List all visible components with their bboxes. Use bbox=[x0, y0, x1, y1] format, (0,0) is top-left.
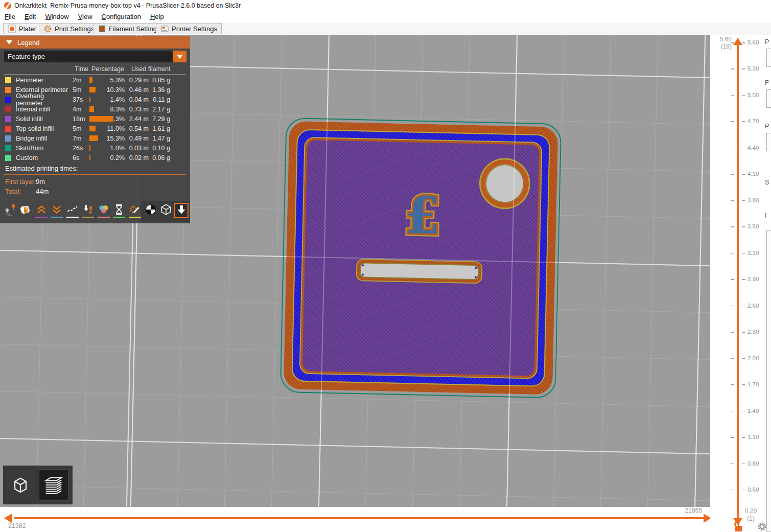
percentage-bar bbox=[89, 155, 104, 161]
percentage-bar bbox=[89, 77, 104, 83]
layer-bottom-height: 0.20 bbox=[745, 507, 757, 515]
feature-color-swatch bbox=[5, 106, 11, 112]
shells-icon[interactable] bbox=[144, 203, 158, 218]
custom-gcodes-icon[interactable] bbox=[128, 203, 142, 218]
feature-used-meters: 0.29 m bbox=[125, 77, 149, 84]
feature-used-grams: 0.85 g bbox=[149, 77, 170, 84]
sliced-model: £ £ £ bbox=[280, 118, 562, 399]
layer-tick: 5.00 bbox=[710, 92, 771, 99]
menu-file[interactable]: File bbox=[0, 11, 20, 22]
layer-slider-track[interactable] bbox=[737, 44, 739, 518]
first-layer-label: First layer: bbox=[5, 178, 36, 186]
feature-time: 4m bbox=[73, 106, 89, 113]
total-label: Total: bbox=[5, 188, 21, 195]
menu-view[interactable]: View bbox=[74, 11, 97, 22]
dropdown-button[interactable] bbox=[173, 51, 186, 62]
feature-name: Bridge infill bbox=[16, 135, 73, 142]
feature-color-swatch bbox=[5, 135, 11, 142]
layer-tick: 1.10 bbox=[710, 434, 771, 441]
percentage-bar bbox=[89, 97, 104, 103]
view-type-select[interactable]: Feature type bbox=[4, 51, 186, 62]
separator bbox=[4, 199, 186, 199]
tab-plater[interactable]: Plater bbox=[3, 23, 41, 34]
unlock-icon[interactable] bbox=[734, 522, 743, 532]
layer-top-height: 5.60 bbox=[714, 36, 732, 43]
window-title: Onkarkitekt_Remix-Prusa-money-box-top v4… bbox=[14, 2, 241, 9]
model-coin-slot bbox=[356, 259, 483, 284]
pause-prints-icon[interactable] bbox=[112, 203, 126, 218]
feature-percentage: 5.3% bbox=[104, 77, 125, 84]
feature-percentage: 8.3% bbox=[104, 106, 125, 113]
deretractions-icon[interactable] bbox=[50, 203, 64, 218]
legend-feature-row: Bridge infill 7m 15.3% 0.49 m 1.47 g bbox=[0, 133, 190, 143]
color-changes-icon[interactable] bbox=[97, 203, 111, 218]
feature-time: 26s bbox=[73, 145, 89, 152]
feature-name: Perimeter bbox=[16, 77, 73, 84]
feature-time: 18m bbox=[73, 115, 89, 123]
layer-tick: 0.50 bbox=[710, 487, 771, 494]
legend-feature-row: Top solid infill 5m 11.0% 0.54 m 1.61 g bbox=[0, 124, 190, 133]
clipped-text-fragment: P bbox=[765, 38, 769, 45]
view-mode-toggle bbox=[3, 466, 73, 504]
total-value: 44m bbox=[36, 188, 49, 195]
feature-used-meters: 2.44 m bbox=[125, 115, 149, 123]
wipe-icon[interactable] bbox=[18, 203, 33, 218]
menu-help[interactable]: Help bbox=[146, 11, 169, 22]
layer-tick: 4.70 bbox=[710, 118, 771, 125]
feature-used-meters: 0.03 m bbox=[125, 145, 149, 152]
legend-feature-row: Skirt/Brim 26s 1.0% 0.03 m 0.10 g bbox=[0, 143, 190, 153]
collapse-triangle-icon bbox=[6, 40, 12, 44]
tab-printer-settings[interactable]: Printer Settings bbox=[156, 23, 222, 34]
move-slider-left-handle[interactable] bbox=[4, 514, 12, 523]
percentage-bar bbox=[89, 135, 104, 142]
feature-used-grams: 1.61 g bbox=[149, 125, 170, 132]
3d-view-button[interactable] bbox=[6, 469, 35, 501]
layers-view-button[interactable] bbox=[39, 469, 68, 501]
move-slider-max-value: 21965 bbox=[685, 507, 703, 514]
tab-filament-settings[interactable]: Filament Settings bbox=[93, 23, 165, 34]
menu-window[interactable]: Window bbox=[40, 11, 73, 22]
travels-icon[interactable] bbox=[3, 203, 17, 218]
legend-feature-row: Perimeter 2m 5.3% 0.29 m 0.85 g bbox=[0, 75, 190, 85]
clipped-text-fragment: S bbox=[765, 179, 769, 186]
legend-feature-row: Solid infill 18m 42.3% 2.44 m 7.29 g bbox=[0, 114, 190, 124]
feature-used-grams: 2.17 g bbox=[149, 106, 170, 113]
feature-time: 7m bbox=[73, 135, 89, 142]
percentage-bar bbox=[89, 106, 104, 112]
layer-tick: 4.40 bbox=[710, 145, 771, 152]
menu-edit[interactable]: Edit bbox=[20, 11, 40, 22]
horizontal-slider-bar: 21382 21965 bbox=[0, 507, 771, 532]
chevron-down-icon bbox=[177, 55, 183, 59]
percentage-bar bbox=[89, 116, 104, 122]
legend-header[interactable]: Legend bbox=[0, 36, 190, 49]
legend-feature-row: Custom 6s 0.2% 0.02 m 0.06 g bbox=[0, 153, 190, 163]
clipped-text-fragment: F bbox=[765, 79, 769, 86]
layer-tick: 5.30 bbox=[710, 65, 771, 73]
legend-toggle-icon[interactable] bbox=[174, 203, 189, 218]
feature-color-swatch bbox=[5, 87, 11, 93]
tab-print-settings[interactable]: Print Settings bbox=[39, 23, 99, 34]
menu-configuration[interactable]: Configuration bbox=[97, 11, 146, 22]
legend-title: Legend bbox=[17, 39, 39, 47]
pound-symbol: £ £ £ bbox=[398, 190, 448, 247]
feature-used-grams: 0.10 g bbox=[149, 145, 170, 152]
retractions-icon[interactable] bbox=[34, 203, 49, 218]
tab-bar: Plater Print Settings Filament Settings … bbox=[0, 22, 771, 35]
tool-changes-icon[interactable] bbox=[81, 203, 95, 218]
feature-time: 5m bbox=[73, 125, 89, 132]
move-slider-track[interactable] bbox=[14, 517, 704, 519]
gear-icon[interactable] bbox=[757, 522, 767, 531]
percentage-bar bbox=[89, 126, 104, 132]
feature-used-grams: 0.11 g bbox=[149, 96, 170, 103]
feature-percentage: 1.0% bbox=[104, 145, 125, 152]
feature-used-meters: 0.49 m bbox=[125, 135, 149, 142]
feature-used-grams: 1.36 g bbox=[149, 86, 170, 94]
feature-name: Overhang perimeter bbox=[16, 92, 73, 107]
layer-slider-top-handle[interactable] bbox=[733, 38, 742, 45]
separator bbox=[4, 174, 186, 175]
seams-icon[interactable] bbox=[65, 203, 80, 218]
layer-tick: 2.60 bbox=[710, 303, 771, 310]
tool-marker-icon[interactable] bbox=[159, 203, 173, 218]
feature-percentage: 15.3% bbox=[104, 135, 125, 142]
legend-feature-row: Internal infill 4m 8.3% 0.73 m 2.17 g bbox=[0, 104, 190, 114]
